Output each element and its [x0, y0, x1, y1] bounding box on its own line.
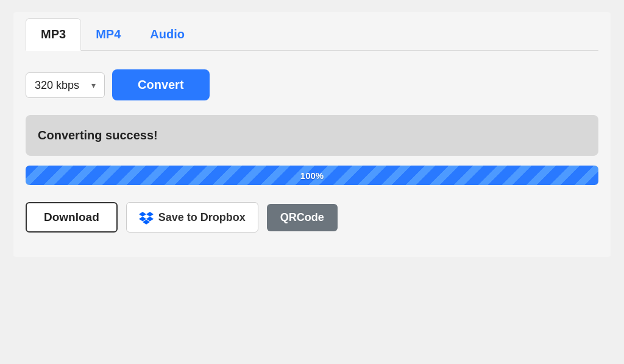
- status-message: Converting success!: [38, 128, 158, 142]
- action-row: Download Save to Dropbox QRCode: [26, 202, 598, 233]
- dropbox-label: Save to Dropbox: [158, 211, 246, 224]
- save-to-dropbox-button[interactable]: Save to Dropbox: [126, 202, 258, 233]
- progress-label: 100%: [300, 170, 324, 181]
- tab-audio[interactable]: Audio: [135, 19, 199, 50]
- tab-mp4[interactable]: MP4: [81, 19, 135, 50]
- main-container: MP3 MP4 Audio 128 kbps 192 kbps 256 kbps…: [13, 12, 611, 257]
- dropbox-icon: [139, 210, 154, 225]
- controls-row: 128 kbps 192 kbps 256 kbps 320 kbps ▾ Co…: [26, 69, 598, 100]
- tab-mp3[interactable]: MP3: [26, 18, 81, 51]
- bitrate-selector[interactable]: 128 kbps 192 kbps 256 kbps 320 kbps ▾: [26, 72, 105, 98]
- bitrate-select-input[interactable]: 128 kbps 192 kbps 256 kbps 320 kbps: [35, 79, 85, 91]
- tab-bar: MP3 MP4 Audio: [26, 18, 598, 51]
- download-button[interactable]: Download: [26, 202, 118, 233]
- progress-container: 100%: [26, 166, 598, 185]
- convert-button[interactable]: Convert: [112, 69, 210, 100]
- qrcode-button[interactable]: QRCode: [267, 204, 338, 231]
- chevron-down-icon: ▾: [91, 80, 96, 90]
- status-box: Converting success!: [26, 115, 598, 156]
